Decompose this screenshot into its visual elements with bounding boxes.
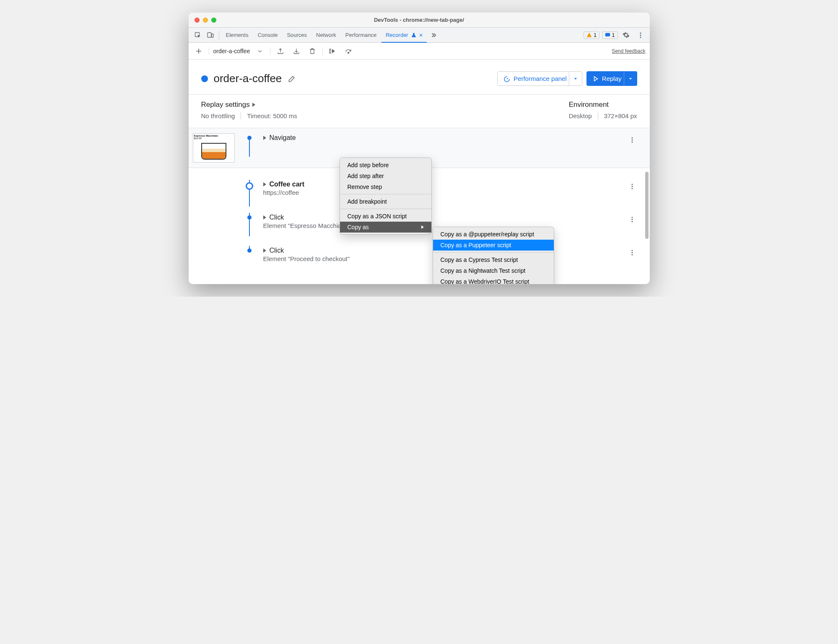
menu-copy-nightwatch[interactable]: Copy as a Nightwatch Test script <box>433 265 554 276</box>
kebab-menu-icon[interactable] <box>635 29 646 41</box>
close-tab-icon[interactable]: × <box>419 31 423 39</box>
warnings-badge[interactable]: 1 <box>584 31 599 39</box>
step-thumbnail: Espresso Macchiato $12.00 <box>193 133 235 163</box>
throttling-value: No throttling <box>201 112 235 119</box>
export-icon[interactable] <box>275 45 286 57</box>
tab-recorder[interactable]: Recorder × <box>381 28 427 43</box>
import-icon[interactable] <box>291 45 302 57</box>
menu-label: Add step after <box>348 173 384 179</box>
device-toolbar-icon[interactable] <box>205 29 216 41</box>
add-recording-icon[interactable] <box>193 45 205 57</box>
caret-right-icon <box>263 215 266 220</box>
caret-right-icon <box>252 103 255 107</box>
settings-gear-icon[interactable] <box>620 29 632 41</box>
svg-point-21 <box>631 254 633 256</box>
recording-status-dot <box>201 75 208 82</box>
step-subtitle: https://coffee <box>263 189 627 196</box>
tab-network[interactable]: Network <box>312 28 340 43</box>
step-context-menu: Add step before Add step after Remove st… <box>340 158 432 235</box>
tab-elements[interactable]: Elements <box>222 28 253 43</box>
menu-copy-webdriverio[interactable]: Copy as a WebdriverIO Test script <box>433 276 554 284</box>
tab-label: Performance <box>345 32 376 38</box>
menu-add-breakpoint[interactable]: Add breakpoint <box>340 196 431 207</box>
menu-divider <box>340 194 431 194</box>
tab-label: Console <box>258 32 278 38</box>
edit-title-icon[interactable] <box>288 75 296 83</box>
step-kebab-icon[interactable] <box>627 215 637 225</box>
replay-dropdown[interactable] <box>624 71 637 86</box>
svg-point-13 <box>631 184 633 185</box>
divider <box>322 47 323 55</box>
messages-badge[interactable]: 1 <box>602 31 618 39</box>
recording-select-label: order-a-coffee <box>213 48 250 54</box>
performance-panel-button[interactable]: Performance panel <box>497 71 573 86</box>
step-kebab-icon[interactable] <box>627 135 637 145</box>
inspect-element-icon[interactable] <box>192 29 204 41</box>
performance-panel-dropdown[interactable] <box>569 71 582 86</box>
button-label: Performance panel <box>514 75 567 82</box>
svg-point-5 <box>640 34 641 36</box>
svg-point-20 <box>631 252 633 253</box>
chevron-down-icon[interactable] <box>254 45 266 57</box>
window-title: DevTools - chrome://new-tab-page/ <box>189 17 650 23</box>
tab-console[interactable]: Console <box>254 28 282 43</box>
svg-rect-7 <box>329 49 331 53</box>
svg-rect-2 <box>212 34 213 37</box>
menu-label: Copy as <box>348 224 369 230</box>
more-tabs-icon[interactable] <box>428 29 439 41</box>
replay-settings-toggle[interactable]: Replay settings <box>201 101 297 109</box>
button-label: Replay <box>602 75 622 82</box>
replay-button[interactable]: Replay <box>586 71 628 86</box>
menu-copy-as[interactable]: Copy as <box>340 222 431 233</box>
menu-copy-puppeteer-replay[interactable]: Copy as a @puppeteer/replay script <box>433 229 554 240</box>
caret-right-icon <box>263 182 266 186</box>
svg-point-11 <box>631 140 633 141</box>
settings-row: Replay settings No throttling Timeout: 5… <box>189 95 650 128</box>
thumb-price: $12.00 <box>194 137 233 140</box>
tab-sources[interactable]: Sources <box>283 28 311 43</box>
svg-point-14 <box>631 186 633 187</box>
menu-label: Copy as a WebdriverIO Test script <box>441 278 529 284</box>
svg-point-15 <box>631 188 633 189</box>
delete-icon[interactable] <box>306 45 318 57</box>
svg-point-16 <box>631 217 633 218</box>
tab-performance[interactable]: Performance <box>341 28 381 43</box>
settings-label: Replay settings <box>201 101 250 109</box>
menu-label: Copy as a Cypress Test script <box>441 256 518 263</box>
step-over-icon[interactable] <box>343 45 355 57</box>
scrollbar[interactable] <box>645 172 649 239</box>
step-click-checkout[interactable]: Click Element "Proceed to checkout" <box>189 234 650 267</box>
menu-copy-puppeteer[interactable]: Copy as a Puppeteer script <box>433 240 554 251</box>
step-icon[interactable] <box>327 45 339 57</box>
menu-divider <box>433 252 554 253</box>
menu-add-step-after[interactable]: Add step after <box>340 171 431 181</box>
svg-point-19 <box>631 250 633 251</box>
step-kebab-icon[interactable] <box>627 181 637 191</box>
tab-label: Sources <box>287 32 307 38</box>
svg-point-10 <box>631 137 633 139</box>
menu-add-step-before[interactable]: Add step before <box>340 160 431 171</box>
svg-rect-1 <box>208 33 211 37</box>
menu-divider <box>340 209 431 209</box>
menu-copy-cypress[interactable]: Copy as a Cypress Test script <box>433 254 554 265</box>
devtools-window: DevTools - chrome://new-tab-page/ Elemen… <box>189 13 650 284</box>
step-kebab-icon[interactable] <box>627 248 637 258</box>
svg-rect-3 <box>605 33 610 36</box>
divider <box>209 47 209 55</box>
menu-copy-json[interactable]: Copy as a JSON script <box>340 211 431 222</box>
timeline-node <box>247 248 252 253</box>
flask-icon <box>411 32 417 38</box>
menu-label: Remove step <box>348 184 382 190</box>
menu-remove-step[interactable]: Remove step <box>340 181 431 192</box>
svg-point-17 <box>631 219 633 220</box>
divider <box>219 31 219 39</box>
tab-label: Elements <box>226 32 249 38</box>
tab-label: Network <box>316 32 336 38</box>
timeout-value: Timeout: 5000 ms <box>241 112 297 119</box>
step-label: Click <box>270 214 284 221</box>
menu-label: Copy as a JSON script <box>348 213 407 220</box>
caret-right-icon <box>263 248 266 253</box>
send-feedback-link[interactable]: Send feedback <box>612 48 645 54</box>
caret-right-icon <box>263 136 266 140</box>
timeline-node <box>247 136 252 140</box>
